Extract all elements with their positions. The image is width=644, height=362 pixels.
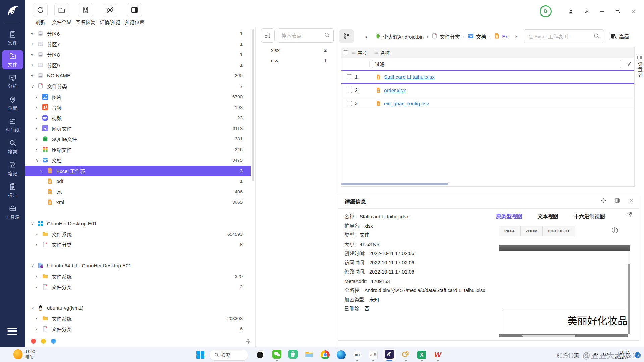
pin-icon[interactable] (584, 9, 589, 14)
select-all-checkbox[interactable] (343, 50, 348, 55)
sidebar-item-notes[interactable]: 笔记 (2, 159, 23, 178)
taskbar-app-wechat[interactable] (270, 349, 283, 361)
back-button[interactable]: ‹ (365, 33, 367, 40)
tree-item-chunhei-fs[interactable]: ›文件系统654593 (25, 229, 251, 240)
yellow-marker-icon[interactable] (41, 339, 46, 344)
expander-closed-icon[interactable]: › (36, 136, 42, 141)
taskbar-app-wps[interactable]: W (431, 349, 444, 361)
column-menu-icon[interactable] (351, 50, 356, 56)
tree-item-audio[interactable]: ›音频193 (25, 102, 251, 113)
node-type-xlsx[interactable]: xlsx2 (256, 45, 337, 55)
taskbar-app-store[interactable] (286, 349, 299, 361)
expander-closed-icon[interactable]: › (36, 115, 42, 120)
search-icon[interactable] (324, 32, 330, 39)
branch-view-button[interactable] (339, 29, 354, 43)
tree-item-sqlite[interactable]: ›SQLite文件381 (25, 134, 251, 144)
tree-item-partition-7[interactable]: +分区71 (25, 39, 251, 50)
taskbar-search[interactable]: 搜索 (210, 350, 248, 360)
expander-plus-icon[interactable]: + (31, 73, 37, 78)
preview-button-page[interactable]: PAGE (499, 226, 521, 236)
table-row[interactable]: 2order.xlsx (341, 84, 634, 97)
tree-item-file-category[interactable]: ∨文件分类7 (25, 81, 251, 92)
ime-indicator[interactable]: 英 (574, 352, 579, 358)
row-checkbox[interactable] (347, 74, 352, 79)
table-row[interactable]: 3ext_qbar_config.csv (341, 97, 634, 110)
sidebar-item-report[interactable]: 报告 (2, 181, 23, 200)
column-name-label[interactable]: 名称 (380, 49, 390, 56)
taskbar-app-explorer[interactable] (303, 349, 315, 361)
expander-closed-icon[interactable]: › (36, 274, 42, 279)
toolbar-preview-pos-button[interactable]: 预览位置 (125, 3, 144, 25)
close-button[interactable] (631, 9, 637, 14)
sidebar-item-search[interactable]: 搜索 (2, 137, 23, 157)
forward-button[interactable]: › (515, 33, 517, 40)
taskbar-app-wangwang[interactable] (399, 349, 412, 361)
expander-closed-icon[interactable]: › (36, 147, 42, 152)
tree-item-ubuntu-vg[interactable]: ∨ubuntu-vg(lvm1) (25, 303, 251, 313)
preview-button-highlight[interactable]: HIGHLIGHT (542, 226, 575, 236)
open-external-icon[interactable] (626, 212, 632, 220)
expander-open-icon[interactable]: ∨ (36, 158, 42, 163)
taskbar-app-forensic[interactable] (383, 349, 396, 361)
user-icon[interactable] (568, 9, 574, 14)
onedrive-cloud-icon[interactable] (564, 351, 570, 358)
search-icon[interactable] (593, 33, 600, 40)
advanced-search-button[interactable]: 高级 (610, 33, 629, 40)
expander-closed-icon[interactable]: › (36, 316, 42, 321)
notification-badge[interactable]: 3 (635, 352, 641, 358)
file-link[interactable]: Staff card LI taihui.xlsx (384, 74, 435, 80)
filter-input[interactable] (372, 60, 621, 68)
restore-button[interactable] (615, 9, 621, 14)
doc-vscrollbar[interactable] (628, 251, 630, 334)
sidebar-item-toolbox[interactable]: 工具箱 (2, 202, 23, 222)
taskbar-app-edge[interactable] (335, 349, 347, 361)
funnel-icon[interactable] (626, 61, 632, 68)
battery-icon[interactable] (603, 351, 609, 358)
tree-item-vg-cat[interactable]: ›文件分类6 (25, 324, 251, 335)
node-type-csv[interactable]: csv1 (256, 55, 337, 66)
expander-closed-icon[interactable]: › (36, 126, 42, 131)
row-checkbox[interactable] (347, 88, 352, 93)
chevron-up-icon[interactable]: ∧ (556, 353, 559, 357)
file-search-input[interactable] (528, 34, 587, 39)
tree-item-archives[interactable]: ›压缩文件246 (25, 144, 251, 155)
tree-item-txt[interactable]: txt406 (25, 187, 251, 197)
column-divider[interactable] (370, 50, 370, 56)
expander-open-icon[interactable]: ∨ (31, 221, 37, 226)
node-search-input[interactable] (281, 33, 321, 39)
sidebar-item-files[interactable]: 文件 (2, 50, 23, 69)
taskbar-app-shimo[interactable]: 石墨 (367, 349, 380, 361)
tree-item-partition-6[interactable]: +分区61 (25, 28, 251, 39)
expander-closed-icon[interactable]: › (36, 232, 42, 237)
panel-layout-icon[interactable] (614, 198, 620, 205)
blue-marker-icon[interactable] (51, 339, 56, 344)
close-icon[interactable] (628, 198, 634, 205)
tree-item-documents[interactable]: ∨文档3475 (25, 155, 251, 166)
file-link[interactable]: order.xlsx (384, 87, 406, 93)
tree-item-chunhei-e01[interactable]: ∨ChunHei Desktop.E01 (25, 218, 251, 229)
breadcrumb-item-file-category[interactable]: 文件分类 (431, 33, 460, 40)
tree-item-partition-9[interactable]: +分区91 (25, 60, 251, 71)
status-check-icon[interactable] (540, 5, 552, 17)
red-marker-icon[interactable] (31, 339, 36, 344)
column-settings-strip[interactable]: 设置列 (635, 47, 644, 187)
file-link[interactable]: ext_qbar_config.csv (384, 101, 429, 106)
expander-open-icon[interactable]: ∨ (31, 305, 37, 310)
expander-closed-icon[interactable]: › (36, 242, 42, 247)
tree-item-chunhei-cat[interactable]: ›文件分类8 (25, 239, 251, 250)
taskbar-app-veracrypt[interactable]: VC (351, 349, 364, 361)
clock[interactable]: 10:15 2022/7/7 (614, 350, 630, 360)
tree-item-video[interactable]: ›视频23 (25, 113, 251, 123)
table-hscrollbar[interactable] (341, 183, 448, 185)
sort-nodes-button[interactable] (261, 28, 275, 43)
breadcrumb-item-documents[interactable]: 文档 (468, 33, 486, 40)
menu-icon[interactable] (7, 328, 17, 337)
breadcrumb-item-android-bin[interactable]: 李大辉Android.bin (375, 33, 424, 40)
sidebar-item-timeline[interactable]: 时间线 (2, 115, 23, 135)
tree-item-no-name[interactable]: +NO NAME205 (25, 70, 251, 81)
breadcrumb-item-excel[interactable]: Ex (494, 33, 508, 40)
preview-tab-native[interactable]: 原类型视图 (496, 212, 522, 220)
info-icon[interactable] (611, 227, 618, 235)
column-seq-label[interactable]: 序号 (357, 49, 367, 56)
expand-rows-icon[interactable] (245, 338, 251, 344)
